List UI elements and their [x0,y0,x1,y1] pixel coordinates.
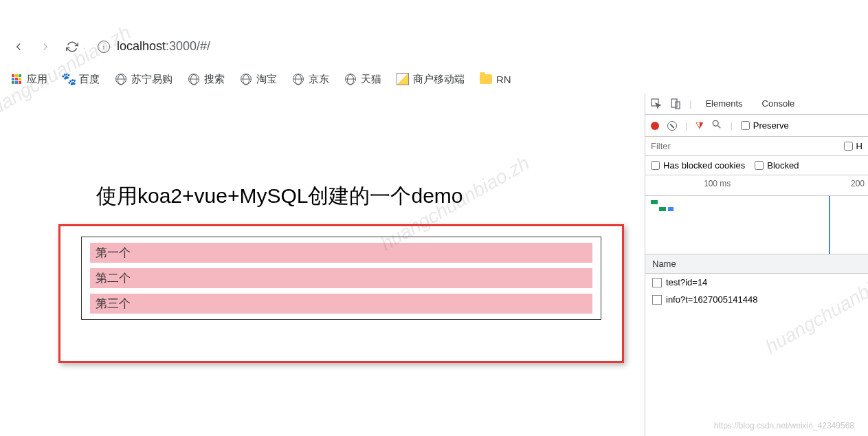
page-title: 使用koa2+vue+MySQL创建的一个demo [96,182,645,210]
blocked-cookies-checkbox[interactable]: Has blocked cookies [651,160,745,171]
bookmark-label: RN [496,74,511,85]
list-item: 第一个 [90,243,592,263]
bookmarks-bar: 应用 🐾 百度 苏宁易购 搜索 淘宝 京东 天猫 商户移动端 RN [0,65,868,93]
bookmark-label: 淘宝 [256,73,277,86]
waterfall-bar [668,207,674,211]
request-name: test?id=14 [666,277,707,287]
tab-elements[interactable]: Elements [700,94,748,113]
request-name: info?t=1627005141448 [666,294,757,305]
waterfall-bar [651,200,658,204]
highlight-box: 第一个 第二个 第三个 [58,224,624,363]
devtools-panel: | Elements Console | ⧩ | Preserve H H [645,93,868,436]
filter-row: H [645,137,868,156]
bookmark-label: 百度 [79,73,100,86]
main-area: 使用koa2+vue+MySQL创建的一个demo 第一个 第二个 第三个 | … [0,93,868,436]
waterfall-bar [659,207,666,211]
search-icon[interactable] [712,120,722,131]
list-container: 第一个 第二个 第三个 [81,237,601,320]
bookmark-baidu[interactable]: 🐾 百度 [63,73,100,86]
name-column-header[interactable]: Name [645,254,868,274]
bookmark-label: 苏宁易购 [131,73,173,86]
filter-icon[interactable]: ⧩ [695,120,704,131]
cookies-row: Has blocked cookies Blocked [645,156,868,175]
globe-icon [241,74,252,85]
network-request[interactable]: info?t=1627005141448 [645,291,868,308]
blocked-checkbox[interactable]: Blocked [755,160,799,171]
site-info-icon[interactable]: i [98,41,110,53]
hide-checkbox[interactable]: H [844,141,863,151]
bookmark-rn[interactable]: RN [480,73,511,85]
svg-point-3 [713,120,719,126]
clear-button[interactable] [667,121,677,131]
device-icon[interactable] [670,98,681,109]
bookmark-label: 商户移动端 [413,73,465,86]
devtools-tabs: | Elements Console [645,93,868,115]
forward-button[interactable] [37,39,54,55]
url-box[interactable]: i localhost:3000/#/ [98,39,210,54]
tab-console[interactable]: Console [757,94,801,113]
bookmark-jd[interactable]: 京东 [292,73,329,86]
bookmark-apps[interactable]: 应用 [10,73,47,86]
file-icon [652,278,662,287]
waterfall-overview[interactable] [645,196,868,254]
bookmark-label: 京东 [309,73,329,86]
file-icon [652,295,662,305]
reload-button[interactable] [64,39,80,55]
image-icon [397,73,409,85]
bookmark-label: 天猫 [361,73,381,86]
list-item: 第三个 [90,294,592,314]
record-button[interactable] [651,122,659,130]
waterfall-load-line [829,196,830,254]
timeline-label: 100 ms [704,179,731,188]
bookmark-label: 应用 [27,73,47,86]
timeline-ruler[interactable]: 100 ms 200 [645,175,868,196]
list-item: 第二个 [90,268,592,288]
back-button[interactable] [10,39,27,55]
bookmark-tmall[interactable]: 天猫 [344,73,381,86]
baidu-icon: 🐾 [63,73,75,85]
inspect-icon[interactable] [651,98,662,109]
globe-icon [115,74,126,85]
globe-icon [345,74,356,85]
apps-icon [12,74,21,84]
preserve-log-checkbox[interactable]: Preserve [741,120,789,131]
bookmark-taobao[interactable]: 淘宝 [240,73,277,86]
timeline-label: 200 [851,179,865,188]
address-bar: i localhost:3000/#/ [0,28,868,65]
page-content: 使用koa2+vue+MySQL创建的一个demo 第一个 第二个 第三个 [0,93,645,436]
svg-rect-1 [671,99,677,107]
folder-icon [480,74,492,84]
globe-icon [188,74,199,85]
bookmark-merchant[interactable]: 商户移动端 [397,73,465,86]
bookmark-search[interactable]: 搜索 [188,73,225,86]
devtools-toolbar: | ⧩ | Preserve [645,115,868,137]
bookmark-label: 搜索 [204,73,225,86]
network-request[interactable]: test?id=14 [645,274,868,291]
filter-input[interactable] [651,141,837,151]
bookmark-suning[interactable]: 苏宁易购 [115,73,173,86]
credit-text: https://blog.csdn.net/weixin_42349568 [714,421,854,430]
url-text: localhost:3000/#/ [117,39,210,54]
globe-icon [293,74,304,85]
